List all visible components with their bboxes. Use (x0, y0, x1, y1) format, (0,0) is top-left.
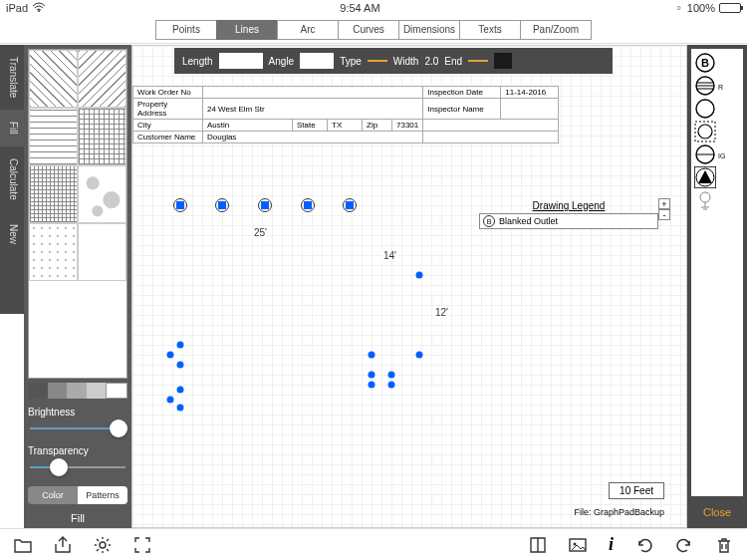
symbol-ig[interactable]: IG (694, 143, 728, 165)
folder-icon[interactable] (14, 536, 32, 554)
symbol-ground[interactable] (694, 189, 716, 211)
tool-toolbar: Points Lines Arc Curves Dimensions Texts… (0, 16, 747, 44)
color-swatch[interactable] (494, 53, 512, 69)
fullscreen-icon[interactable] (133, 536, 151, 554)
legend-minus[interactable]: - (658, 209, 670, 220)
redo-icon[interactable] (675, 536, 693, 554)
wifi-icon (32, 2, 46, 14)
settings-icon[interactable] (94, 536, 112, 554)
pattern-blank[interactable] (78, 223, 126, 281)
dim-14: 14' (381, 250, 398, 261)
undo-icon[interactable] (635, 536, 653, 554)
length-input[interactable] (219, 53, 263, 69)
tool-curves[interactable]: Curves (338, 20, 399, 40)
left-tabs: Translate Fill Calculate New (0, 45, 24, 314)
scale-indicator: 10 Feet (609, 482, 664, 499)
drawing-legend: Drawing Legend B Blanked Outlet (479, 200, 658, 229)
svg-point-20 (700, 192, 710, 202)
svg-point-12 (696, 100, 714, 118)
device-label: iPad (6, 2, 28, 14)
tool-texts[interactable]: Texts (459, 20, 521, 40)
info-icon[interactable]: i (609, 534, 614, 555)
svg-point-14 (698, 125, 712, 139)
svg-point-24 (100, 542, 106, 548)
share-icon[interactable] (54, 536, 72, 554)
transparency-slider[interactable] (28, 458, 127, 476)
battery-percent: 100% (687, 2, 715, 14)
legend-controls[interactable]: + - (658, 198, 670, 220)
symbol-list: B R IG (691, 49, 743, 496)
dim-12: 12' (433, 307, 450, 318)
pattern-grid-fine[interactable] (78, 108, 126, 165)
file-label: File: GraphPadBackup (574, 507, 664, 517)
properties-bar: Length Angle Type Width 2.0 End (174, 48, 613, 74)
symbol-triangle-selected[interactable] (694, 166, 716, 188)
svg-text:B: B (701, 57, 709, 69)
tab-fill[interactable]: Fill (0, 110, 24, 146)
pattern-diagonal[interactable] (29, 50, 78, 108)
pattern-grid (28, 49, 127, 379)
status-bar: iPad 9:54 AM ⚬ 100% (0, 0, 747, 16)
image-icon[interactable] (569, 536, 587, 554)
type-label: Type (340, 56, 362, 67)
svg-point-26 (573, 542, 576, 545)
bottom-toolbar: i (0, 528, 747, 560)
fill-panel: Brightness Transparency Color Patterns F… (24, 45, 131, 528)
length-label: Length (182, 56, 213, 67)
line-end-preview[interactable] (468, 60, 488, 62)
drawing-canvas[interactable]: Work Order NoInspection Date11-14-2016 P… (131, 45, 687, 528)
brightness-slider[interactable] (28, 420, 127, 437)
pattern-diagonal-2[interactable] (78, 50, 126, 108)
clock: 9:54 AM (340, 2, 379, 14)
tool-panzoom[interactable]: Pan/Zoom (520, 20, 592, 40)
transparency-label: Transparency (28, 445, 127, 456)
tool-dimensions[interactable]: Dimensions (398, 20, 460, 40)
symbol-circle-dashed[interactable] (694, 121, 716, 142)
svg-point-0 (38, 10, 40, 12)
pattern-lines[interactable] (29, 108, 78, 165)
gray-swatches[interactable] (28, 383, 127, 399)
width-label: Width (393, 56, 419, 67)
trash-icon[interactable] (715, 536, 733, 554)
symbol-panel: B R IG Close (687, 45, 747, 528)
pattern-stone[interactable] (78, 165, 126, 223)
tool-points[interactable]: Points (155, 20, 217, 40)
end-label: End (444, 56, 462, 67)
angle-input[interactable] (300, 53, 334, 69)
width-value[interactable]: 2.0 (424, 56, 438, 67)
bookmark-icon[interactable] (529, 536, 547, 554)
battery-icon (719, 3, 741, 13)
tool-arc[interactable]: Arc (277, 20, 339, 40)
symbol-b-outlet[interactable]: B (694, 52, 716, 74)
legend-plus[interactable]: + (658, 198, 670, 209)
tab-calculate[interactable]: Calculate (0, 146, 24, 212)
tool-lines[interactable]: Lines (216, 20, 278, 40)
brightness-label: Brightness (28, 407, 127, 418)
tab-translate[interactable]: Translate (0, 45, 24, 110)
angle-label: Angle (269, 56, 295, 67)
dim-25: 25' (252, 227, 269, 238)
symbol-circle[interactable] (694, 98, 716, 120)
symbol-r[interactable]: R (694, 75, 724, 97)
pattern-dots[interactable] (29, 223, 78, 281)
toggle-patterns[interactable]: Patterns (78, 486, 127, 504)
fill-footer-label: Fill (28, 512, 127, 524)
close-button[interactable]: Close (703, 496, 731, 528)
line-type-preview[interactable] (368, 60, 387, 62)
svg-text:R: R (718, 84, 723, 91)
bluetooth-icon: ⚬ (674, 2, 683, 15)
pattern-hatch[interactable] (29, 165, 78, 223)
color-pattern-toggle[interactable]: Color Patterns (28, 486, 127, 504)
toggle-color[interactable]: Color (28, 486, 78, 504)
tab-new[interactable]: New (0, 212, 24, 256)
svg-text:IG: IG (718, 152, 725, 159)
